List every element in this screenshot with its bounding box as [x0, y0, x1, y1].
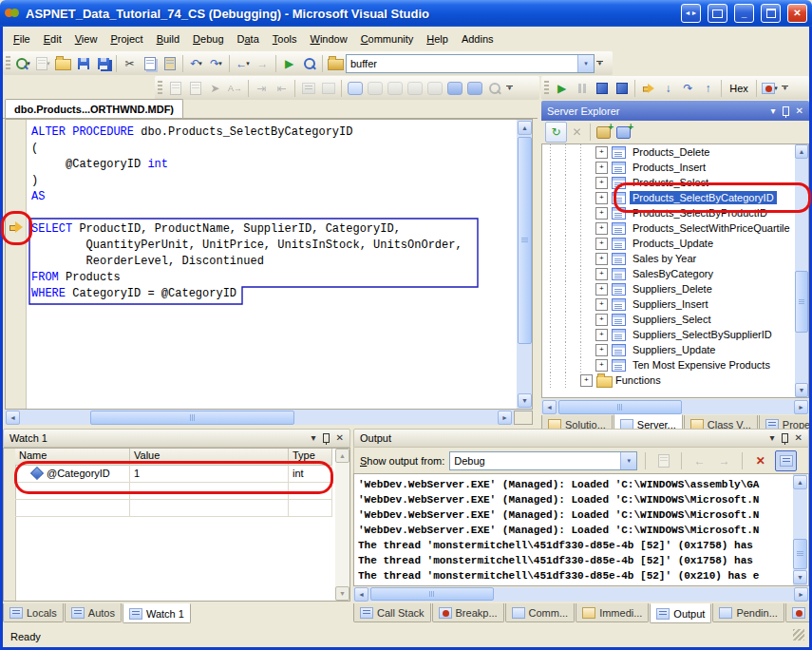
tree-item-products-insert[interactable]: +Products_Insert [542, 160, 808, 175]
code-text-area[interactable]: ALTER PROCEDURE dbo.Products_SelectByCat… [31, 124, 513, 409]
watch-empty-row[interactable] [15, 482, 332, 500]
window-position-button[interactable]: ▾ [770, 433, 775, 443]
code-editor[interactable]: ALTER PROCEDURE dbo.Products_SelectByCat… [5, 119, 533, 410]
open-file-button[interactable] [53, 54, 73, 73]
add-table-button[interactable] [444, 79, 464, 98]
tree-item-sales-by-year[interactable]: +Sales by Year [542, 251, 808, 266]
undo-checkout-button[interactable] [318, 79, 338, 98]
auto-hide-pin-button[interactable] [323, 433, 330, 443]
buffer-combobox[interactable]: buffer ▾ [346, 54, 595, 73]
expand-icon[interactable]: + [595, 344, 608, 356]
minimize-button[interactable]: _ [734, 4, 754, 23]
tree-hscroll-thumb[interactable] [558, 400, 682, 414]
tree-item-products-selectbycategoryid[interactable]: +Products_SelectByCategoryID [542, 190, 808, 205]
watch-grid[interactable]: NameValueType @CategoryID1int ▲ ▼ [3, 448, 350, 602]
cut-button[interactable]: ✂ [120, 54, 140, 73]
start-debugging-button[interactable]: ▶ [279, 54, 299, 73]
save-all-button[interactable] [93, 54, 113, 73]
menu-project[interactable]: Project [104, 30, 149, 48]
watch-empty-row[interactable] [15, 499, 332, 517]
tool-tab-breakp[interactable]: Breakp... [432, 603, 504, 622]
scroll-left-button[interactable]: ◄ [6, 411, 20, 425]
menu-edit[interactable]: Edit [37, 30, 68, 48]
dock-button[interactable]: ◄► [681, 4, 701, 23]
rename-button[interactable]: A→ [225, 79, 245, 98]
splitter-box[interactable] [514, 411, 533, 425]
break-all-button[interactable] [572, 79, 592, 98]
debug-tab-autos[interactable]: Autos [65, 603, 122, 622]
editor-vscroll-thumb[interactable] [518, 137, 532, 344]
editor-indicator-margin[interactable] [6, 120, 27, 409]
pointer-button[interactable]: ➤ [205, 79, 225, 98]
breakpoints-window-button[interactable]: ▾ [760, 79, 780, 98]
resize-grip[interactable] [793, 629, 804, 640]
menu-help[interactable]: Help [420, 30, 455, 48]
tool-tab-immedi[interactable]: Immedi... [576, 603, 649, 622]
expand-icon[interactable]: + [595, 283, 608, 296]
scroll-left-button[interactable]: ◄ [542, 400, 557, 414]
goto-message-button[interactable] [653, 451, 673, 470]
window-position-button[interactable]: ▾ [771, 106, 776, 116]
watch-vscrollbar[interactable] [335, 449, 349, 601]
scroll-up-button[interactable]: ▲ [795, 144, 808, 159]
menu-file[interactable]: File [7, 30, 37, 48]
combo-dropdown-button[interactable]: ▾ [577, 55, 594, 72]
window-position-button[interactable]: ▾ [312, 433, 316, 443]
delete-button[interactable]: ✕ [567, 123, 587, 142]
step-into-button[interactable]: ↓ [658, 79, 678, 98]
tree-item-products-selectwithpricequartile[interactable]: +Products_SelectWithPriceQuartile [542, 220, 808, 236]
tree-item-suppliers-select[interactable]: +Suppliers_Select [542, 312, 808, 327]
toolbar-overflow-button[interactable]: ▾ [782, 86, 788, 90]
menu-build[interactable]: Build [150, 30, 186, 48]
connect-to-database-button[interactable] [594, 123, 614, 142]
refresh-button[interactable]: ↻ [545, 122, 567, 143]
menu-data[interactable]: Data [231, 30, 266, 48]
hex-button[interactable]: Hex [725, 79, 753, 98]
tree-item-products-update[interactable]: +Products_Update [542, 236, 808, 251]
watch-row[interactable]: @CategoryID1int [15, 465, 332, 483]
watch-column-header-value[interactable]: Value [130, 449, 289, 465]
auto-hide-pin-button[interactable] [783, 106, 789, 116]
debug-tab-locals[interactable]: Locals [3, 603, 64, 622]
output-vscroll-thumb[interactable] [793, 539, 807, 569]
show-next-statement-button[interactable] [638, 79, 658, 98]
scroll-down-button[interactable]: ▼ [518, 393, 532, 408]
tree-item-suppliers-delete[interactable]: +Suppliers_Delete [542, 281, 808, 296]
step-out-button[interactable]: ↑ [698, 79, 718, 98]
next-message-button[interactable]: → [714, 451, 734, 470]
scroll-up-button[interactable]: ▲ [335, 449, 349, 463]
expand-icon[interactable]: + [595, 238, 608, 250]
menu-addins[interactable]: Addins [455, 30, 500, 48]
menu-debug[interactable]: Debug [186, 30, 230, 48]
output-hscroll-thumb[interactable] [370, 587, 494, 601]
scroll-down-button[interactable]: ▼ [335, 586, 349, 601]
new-website-button[interactable]: ▾ [13, 54, 33, 73]
watch-column-header-name[interactable]: Name [15, 449, 130, 465]
show-sql-pane-button[interactable] [385, 79, 405, 98]
tree-item-ten-most-expensive-products[interactable]: +Ten Most Expensive Products [542, 357, 808, 373]
show-results-pane-button[interactable] [405, 79, 425, 98]
previous-message-button[interactable]: ← [689, 451, 709, 470]
expand-icon[interactable]: + [595, 177, 608, 189]
expand-icon[interactable]: + [595, 314, 608, 326]
expand-icon[interactable]: + [595, 162, 608, 174]
tree-vscroll-thumb[interactable] [795, 271, 808, 333]
tool-tab-error-list[interactable]: Error List [785, 603, 812, 622]
tree-item-salesbycategory[interactable]: +SalesByCategory [542, 266, 808, 281]
tree-item-suppliers-selectbysupplierid[interactable]: +Suppliers_SelectBySupplierID [542, 327, 808, 342]
scroll-down-button[interactable]: ▼ [793, 570, 807, 584]
navigate-backward-button[interactable]: ←▾ [233, 54, 253, 73]
generate-change-script-button[interactable] [185, 79, 205, 98]
server-explorer-tree[interactable]: +Products_Delete+Products_Insert+Product… [541, 143, 809, 398]
tree-item-products-selectbyproductid[interactable]: +Products_SelectByProductID [542, 205, 808, 220]
restart-button[interactable] [612, 79, 632, 98]
menu-window[interactable]: Window [303, 30, 353, 48]
close-panel-button[interactable]: ✕ [796, 106, 803, 116]
show-diagram-pane-button[interactable] [345, 79, 365, 98]
verify-sql-button[interactable] [484, 79, 504, 98]
continue-button[interactable]: ▶ [552, 79, 572, 98]
close-panel-button[interactable]: ✕ [795, 433, 803, 443]
add-item-button[interactable]: ▾ [33, 54, 53, 73]
step-over-button[interactable]: ↷ [678, 79, 698, 98]
undo-button[interactable]: ↶▾ [186, 54, 206, 73]
